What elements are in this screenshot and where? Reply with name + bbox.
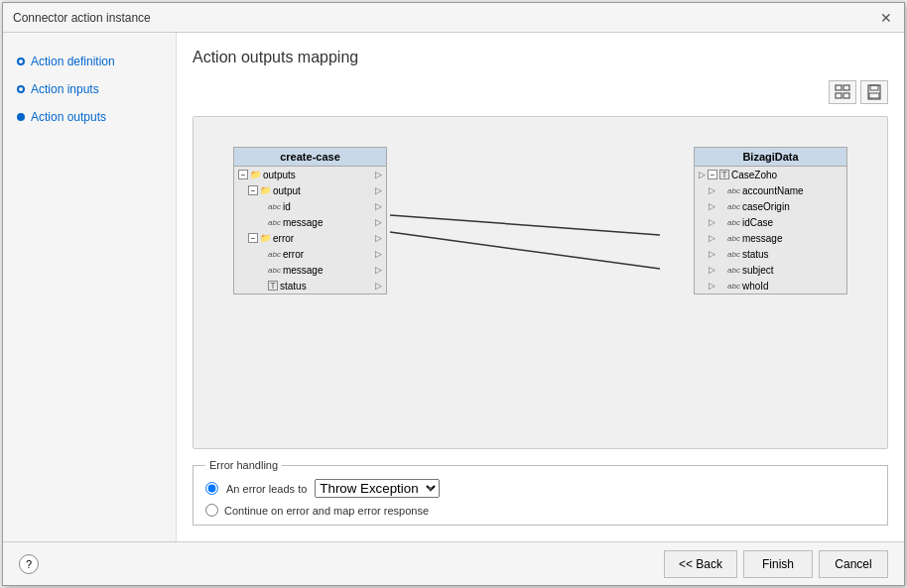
error-radio-2[interactable] [205,504,218,517]
svg-rect-1 [843,85,849,90]
node-row: ▷ abc whoId [695,278,846,294]
arrow-in: ▷ [709,249,715,259]
arrow-out: ▷ [375,185,382,195]
arrow-in: ▷ [709,217,715,227]
error-radio-1[interactable] [205,482,218,495]
expand-icon: − [248,233,258,243]
node-row: − 📁 error ▷ [234,230,386,246]
abc-icon: abc [727,218,740,227]
sidebar: Action definition Action inputs Action o… [3,33,177,541]
sidebar-item-action-inputs[interactable]: Action inputs [13,80,166,98]
row-label: message [283,217,375,228]
row-label: status [742,249,842,260]
arrow-in: ▷ [699,170,706,179]
arrow-out: ▷ [375,170,382,179]
node-row: ▷ abc status [695,246,846,262]
save-icon [866,84,882,100]
abc-icon: abc [727,282,740,291]
row-label: idCase [742,217,842,228]
layout-button[interactable] [829,80,856,104]
dialog-title: Connector action instance [13,11,151,25]
table-icon: T [719,170,729,179]
row-label: accountName [742,185,842,196]
footer-left: ? [19,554,39,574]
folder-icon: 📁 [250,170,261,179]
abc-icon: abc [727,202,740,211]
right-node: BizagiData ▷ − T CaseZoho ▷ abc accountN… [694,147,847,294]
svg-line-7 [390,215,660,235]
node-row: − 📁 outputs ▷ [234,167,386,182]
arrow-out: ▷ [375,201,382,211]
back-button[interactable]: << Back [664,550,737,578]
row-label: error [283,249,375,260]
abc-icon: abc [727,234,740,243]
arrow-in: ▷ [709,281,715,291]
row-label: caseOrigin [742,201,842,212]
sidebar-item-action-outputs[interactable]: Action outputs [13,108,166,126]
node-row: ▷ abc caseOrigin [695,198,846,214]
row-label: message [283,265,375,276]
finish-button[interactable]: Finish [743,550,813,578]
arrow-in: ▷ [709,265,715,275]
cancel-button[interactable]: Cancel [819,550,888,578]
abc-icon: abc [727,250,740,259]
abc-icon: abc [268,250,281,259]
abc-icon: abc [268,218,281,227]
folder-icon: 📁 [260,233,271,243]
abc-icon: abc [268,202,281,211]
sidebar-item-action-definition[interactable]: Action definition [13,53,166,70]
abc-icon: abc [727,186,740,195]
arrow-in: ▷ [709,233,715,243]
node-row: ▷ abc idCase [695,214,846,230]
row-label: id [283,201,375,212]
abc-icon: abc [268,266,281,275]
right-node-header: BizagiData [695,148,846,167]
error-radio-2-label: Continue on error and map error response [224,505,429,517]
node-row: ▷ − T CaseZoho [695,167,846,182]
row-label: output [273,185,375,196]
folder-icon: 📁 [260,185,271,195]
arrow-out: ▷ [375,217,382,227]
node-row: ▷ abc accountName [695,182,846,198]
help-button[interactable]: ? [19,554,39,574]
sidebar-label-action-definition: Action definition [31,55,115,68]
expand-icon: − [708,170,717,179]
row-label: status [280,281,375,292]
error-select[interactable]: Throw Exception Continue on error [315,479,440,498]
row-label: message [742,233,842,244]
expand-icon: − [248,185,258,195]
node-row: abc error ▷ [234,246,386,262]
main-content: Action outputs mapping [177,33,904,541]
abc-icon: abc [727,266,740,275]
node-row: ▷ abc subject [695,262,846,278]
error-row-1: An error leads to Throw Exception Contin… [205,479,875,498]
error-handling-legend: Error handling [205,459,282,471]
row-label: error [273,233,375,244]
row-label: whoId [742,281,842,292]
select-wrapper: Throw Exception Continue on error [315,479,440,498]
node-row: T status ▷ [234,278,386,294]
arrow-in: ▷ [709,201,715,211]
error-radio-1-label: An error leads to [226,483,307,495]
sidebar-bullet [17,58,25,65]
arrow-out: ▷ [375,249,382,259]
layout-icon [835,84,850,100]
footer-right: << Back Finish Cancel [664,550,888,578]
node-row: abc message ▷ [234,262,386,278]
error-row-2: Continue on error and map error response [205,504,875,517]
row-label: CaseZoho [731,170,842,180]
svg-rect-0 [836,85,842,90]
sidebar-bullet [17,85,25,93]
expand-icon: − [238,170,248,179]
node-row: ▷ abc message [695,230,846,246]
svg-rect-5 [870,85,878,90]
svg-rect-3 [843,93,849,98]
row-label: outputs [263,170,375,180]
page-title: Action outputs mapping [193,49,888,66]
close-button[interactable]: ✕ [878,10,894,26]
svg-line-8 [390,232,660,269]
row-label: subject [742,265,842,276]
save-layout-button[interactable] [860,80,888,104]
dialog: Connector action instance ✕ Action defin… [2,2,905,586]
toolbar-row [193,80,888,104]
